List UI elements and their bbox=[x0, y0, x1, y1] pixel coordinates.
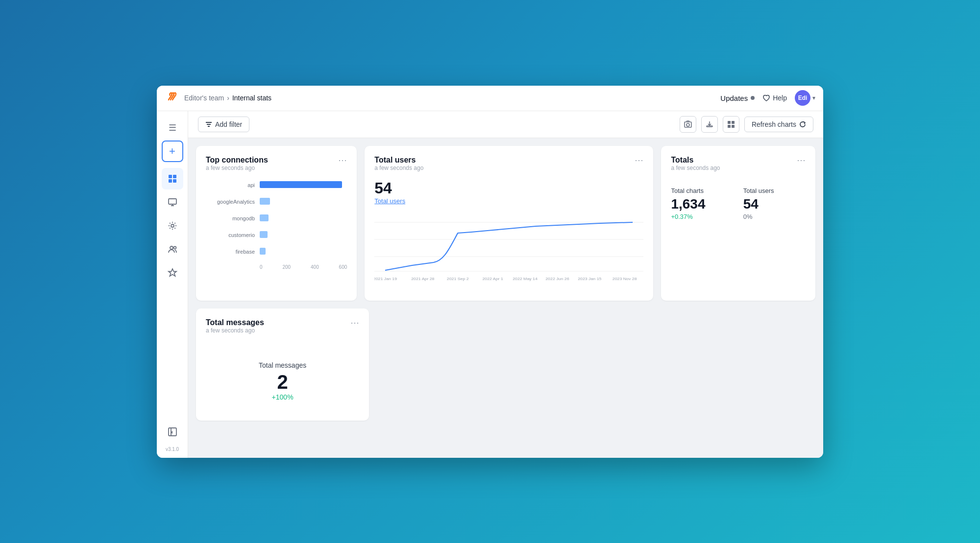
refresh-charts-button[interactable]: Refresh charts bbox=[744, 117, 813, 132]
sidebar-item-dashboard[interactable] bbox=[162, 168, 183, 189]
svg-text:2022 Apr 1: 2022 Apr 1 bbox=[483, 276, 504, 281]
filter-icon bbox=[205, 121, 212, 128]
top-connections-card: Top connections a few seconds ago ⋯ api bbox=[196, 146, 357, 301]
svg-text:2022 Jun 26: 2022 Jun 26 bbox=[546, 276, 570, 281]
bar-row-customerio: customerio bbox=[206, 231, 347, 239]
help-label: Help bbox=[773, 94, 787, 102]
message-change: +100% bbox=[272, 393, 294, 401]
svg-rect-2 bbox=[169, 179, 172, 183]
bar-row-mongodb: mongodb bbox=[206, 214, 347, 222]
sidebar-add-button[interactable]: + bbox=[162, 141, 183, 162]
user-menu[interactable]: Edi ▾ bbox=[795, 90, 815, 106]
card-menu-messages[interactable]: ⋯ bbox=[350, 318, 359, 327]
sidebar-item-integrations[interactable] bbox=[162, 262, 183, 283]
add-filter-label: Add filter bbox=[215, 120, 242, 128]
total-charts-change: +0.37% bbox=[671, 213, 733, 220]
help-button[interactable]: Help bbox=[762, 94, 787, 102]
grid-view-icon bbox=[727, 120, 735, 128]
avatar: Edi bbox=[795, 90, 810, 106]
x-axis-connections: 0 200 400 600 bbox=[206, 264, 347, 270]
card-title-users: Total users a few seconds ago bbox=[374, 156, 423, 177]
dashboard-row-1: Top connections a few seconds ago ⋯ api bbox=[196, 146, 815, 301]
breadcrumb: Editor's team › Internal stats bbox=[184, 94, 271, 102]
add-filter-button[interactable]: Add filter bbox=[198, 117, 249, 132]
sidebar-item-expand[interactable] bbox=[162, 421, 183, 443]
bar-label-firebase: firebase bbox=[206, 249, 255, 255]
heart-icon bbox=[762, 94, 770, 102]
bar-container-api bbox=[260, 181, 347, 189]
breadcrumb-team[interactable]: Editor's team bbox=[184, 94, 224, 102]
top-bar: Editor's team › Internal stats Updates H… bbox=[157, 86, 823, 111]
total-charts-value: 1,634 bbox=[671, 196, 733, 212]
card-header-users: Total users a few seconds ago ⋯ bbox=[374, 156, 643, 177]
svg-rect-12 bbox=[728, 121, 731, 124]
bar-container-customerio bbox=[260, 231, 347, 239]
logo bbox=[165, 89, 180, 107]
screenshot-button[interactable] bbox=[680, 116, 696, 133]
line-chart-svg: 60 40 20 0 2021 Jan 19 2021 Apr 28 2021 … bbox=[374, 212, 643, 281]
card-title-totals: Totals a few seconds ago bbox=[671, 156, 720, 177]
top-bar-right: Updates Help Edi ▾ bbox=[720, 90, 815, 106]
svg-text:2023 Jan 15: 2023 Jan 15 bbox=[578, 276, 602, 281]
sidebar-item-monitor[interactable] bbox=[162, 191, 183, 213]
camera-icon bbox=[684, 120, 692, 128]
svg-rect-0 bbox=[169, 175, 172, 178]
card-menu-totals[interactable]: ⋯ bbox=[797, 156, 806, 165]
total-messages-card: Total messages a few seconds ago ⋯ Total… bbox=[196, 308, 369, 421]
sidebar-menu-toggle[interactable]: ☰ bbox=[162, 117, 183, 139]
card-title-connections: Top connections a few seconds ago bbox=[206, 156, 268, 177]
svg-rect-15 bbox=[732, 125, 735, 128]
svg-point-6 bbox=[170, 246, 173, 249]
bar-row-ga: googleAnalytics bbox=[206, 198, 347, 206]
line-chart-users: 60 40 20 0 2021 Jan 19 2021 Apr 28 2021 … bbox=[374, 212, 643, 291]
breadcrumb-separator: › bbox=[227, 94, 229, 102]
bar-fill-mongodb bbox=[260, 214, 269, 221]
download-button[interactable] bbox=[701, 116, 718, 133]
sidebar: ☰ + bbox=[157, 111, 188, 458]
bar-container-firebase bbox=[260, 248, 347, 256]
card-title-messages: Total messages a few seconds ago bbox=[206, 318, 264, 340]
monitor-icon bbox=[168, 197, 177, 207]
sidebar-bottom: v3.1.0 bbox=[162, 421, 183, 452]
card-menu-connections[interactable]: ⋯ bbox=[338, 156, 347, 165]
total-users-label: Total users bbox=[743, 187, 806, 194]
bar-chart-connections: api googleAnalytics bbox=[206, 181, 347, 270]
hamburger-icon: ☰ bbox=[169, 122, 176, 133]
total-users-metric: Total users 54 0% bbox=[743, 187, 806, 220]
users-icon bbox=[168, 244, 177, 254]
bar-label-ga: googleAnalytics bbox=[206, 199, 255, 205]
updates-label: Updates bbox=[720, 94, 748, 102]
bar-row-api: api bbox=[206, 181, 347, 189]
svg-rect-4 bbox=[169, 199, 176, 204]
sidebar-item-settings[interactable] bbox=[162, 215, 183, 236]
message-label: Total messages bbox=[259, 361, 306, 369]
bar-container-ga bbox=[260, 198, 347, 206]
bar-row-firebase: firebase bbox=[206, 248, 347, 256]
card-header-totals: Totals a few seconds ago ⋯ bbox=[671, 156, 806, 177]
updates-button[interactable]: Updates bbox=[720, 94, 755, 102]
bar-fill-ga bbox=[260, 198, 270, 205]
total-charts-label: Total charts bbox=[671, 187, 733, 194]
refresh-charts-label: Refresh charts bbox=[752, 120, 796, 128]
svg-text:2021 Sep 2: 2021 Sep 2 bbox=[447, 276, 469, 281]
card-header-connections: Top connections a few seconds ago ⋯ bbox=[206, 156, 347, 177]
breadcrumb-current: Internal stats bbox=[232, 94, 271, 102]
sidebar-item-users[interactable] bbox=[162, 238, 183, 260]
grid-view-button[interactable] bbox=[723, 116, 739, 133]
svg-text:2021 Apr 28: 2021 Apr 28 bbox=[411, 276, 435, 281]
svg-rect-1 bbox=[173, 175, 176, 178]
total-users-link[interactable]: Total users bbox=[374, 197, 643, 205]
totals-grid: Total charts 1,634 +0.37% Total users 54… bbox=[671, 187, 806, 220]
plus-icon: + bbox=[169, 145, 175, 158]
download-icon bbox=[706, 120, 713, 128]
main-layout: ☰ + bbox=[157, 111, 823, 458]
svg-point-5 bbox=[171, 224, 174, 227]
bar-fill-firebase bbox=[260, 248, 266, 255]
message-center: Total messages 2 +100% bbox=[206, 342, 359, 411]
card-menu-users[interactable]: ⋯ bbox=[635, 156, 643, 165]
total-charts-metric: Total charts 1,634 +0.37% bbox=[671, 187, 733, 220]
x-label-200: 200 bbox=[282, 264, 291, 270]
bar-label-customerio: customerio bbox=[206, 232, 255, 238]
empty-space-row2 bbox=[377, 308, 815, 421]
chevron-down-icon: ▾ bbox=[812, 94, 815, 101]
